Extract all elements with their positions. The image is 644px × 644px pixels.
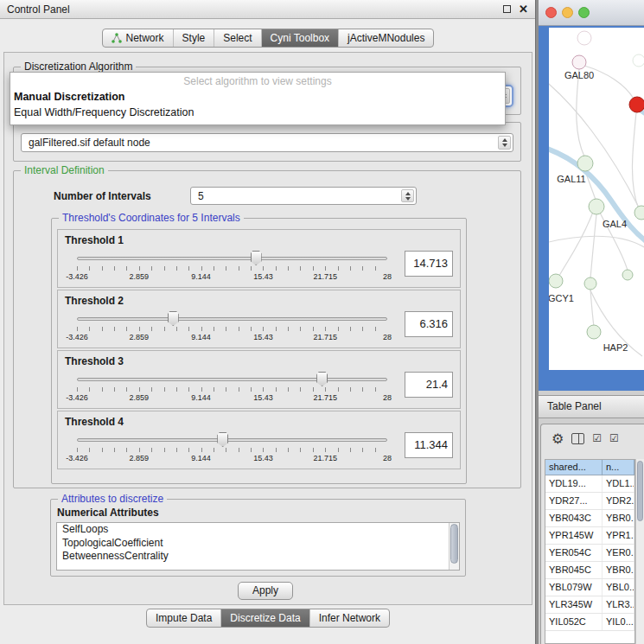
- cell-shared-name: YIL052C: [545, 614, 603, 630]
- select-none-checkbox-icon[interactable]: ☑: [609, 432, 619, 444]
- slider-thumb[interactable]: [316, 372, 328, 386]
- close-icon[interactable]: ✕: [519, 5, 528, 13]
- network-window-titlebar[interactable]: [539, 0, 644, 26]
- network-node[interactable]: [587, 325, 601, 339]
- network-node[interactable]: [584, 277, 596, 290]
- attributes-scrollbar[interactable]: [449, 523, 459, 570]
- slider-thumb[interactable]: [251, 251, 262, 265]
- float-window-icon[interactable]: [503, 5, 511, 13]
- scrollbar-thumb[interactable]: [450, 524, 458, 564]
- close-traffic-icon[interactable]: [545, 7, 557, 18]
- threshold-value-input[interactable]: 14.713: [405, 251, 453, 277]
- network-node[interactable]: [572, 55, 586, 69]
- tab-network[interactable]: Network: [103, 29, 174, 47]
- slider-track[interactable]: [77, 257, 387, 260]
- dropdown-option-equal-width-frequency[interactable]: Equal Width/Frequency Discretization: [10, 105, 505, 120]
- table-scrollbar[interactable]: [635, 459, 644, 644]
- threshold-slider[interactable]: -3.426 2.859 9.144 15.43 21.715 28: [77, 309, 387, 348]
- attributes-group: Attributes to discretize Numerical Attri…: [50, 499, 466, 577]
- zoom-traffic-icon[interactable]: [578, 7, 590, 18]
- slider-track[interactable]: [77, 438, 387, 442]
- apply-button[interactable]: Apply: [238, 582, 293, 600]
- table-data-select[interactable]: galFiltered.sif default node: [21, 133, 513, 152]
- network-node[interactable]: [577, 31, 591, 45]
- network-canvas[interactable]: GAL80 GAL11 GAL4 GCY1 HAP2: [549, 28, 644, 370]
- table-row[interactable]: YBR043C YBR0...: [545, 510, 634, 527]
- table-header-row: shared... n...: [545, 460, 634, 475]
- slider-ticks: [77, 327, 387, 331]
- network-node[interactable]: [577, 156, 593, 171]
- tab-infer-network[interactable]: Infer Network: [310, 609, 389, 627]
- cell-name: YIL0...: [603, 614, 634, 630]
- attribute-list-item[interactable]: SelfLoops: [57, 523, 459, 537]
- gear-icon[interactable]: ⚙: [552, 430, 564, 447]
- cyni-toolbox-panel: Discretization Algorithm Select algorith…: [3, 52, 532, 605]
- tick-label: 28: [383, 272, 392, 281]
- threshold-slider[interactable]: -3.426 2.859 9.144 15.43 21.715 28: [77, 248, 387, 288]
- tab-jactivemnodules[interactable]: jActiveMNodules: [339, 29, 433, 47]
- tick-label: 9.144: [191, 272, 211, 281]
- column-header-shared-name[interactable]: shared...: [545, 460, 603, 475]
- dropdown-option-manual-discretization[interactable]: Manual Discretization: [10, 89, 505, 105]
- columns-icon[interactable]: [571, 433, 584, 444]
- tab-select[interactable]: Select: [214, 29, 261, 47]
- cell-shared-name: YBR045C: [545, 562, 603, 578]
- network-node[interactable]: [549, 274, 563, 288]
- slider-thumb[interactable]: [217, 432, 228, 447]
- threshold-slider[interactable]: -3.426 2.859 9.144 15.43 21.715 28: [77, 369, 387, 409]
- minimize-traffic-icon[interactable]: [562, 7, 573, 18]
- interval-definition-group: Interval Definition Number of Intervals …: [13, 170, 521, 488]
- tab-style[interactable]: Style: [174, 29, 215, 47]
- number-of-intervals-select[interactable]: 5: [190, 187, 417, 205]
- cell-shared-name: YDL19...: [545, 475, 603, 492]
- threshold-value-input[interactable]: 11.344: [405, 432, 453, 458]
- tab-discretize-data[interactable]: Discretize Data: [221, 609, 309, 627]
- cell-shared-name: YBL079W: [545, 579, 603, 596]
- attributes-list: SelfLoops TopologicalCoefficient Between…: [56, 522, 460, 571]
- threshold-box: Threshold 3 -3.426 2.859 9.144: [57, 350, 461, 409]
- tick-label: 21.715: [313, 272, 337, 281]
- threshold-slider[interactable]: -3.426 2.859 9.144 15.43 21.715 28: [77, 430, 387, 469]
- table-row[interactable]: YLR345W YLR3...: [545, 596, 634, 614]
- threshold-value-input[interactable]: 6.316: [405, 311, 453, 337]
- slider-ticks: [77, 266, 387, 271]
- select-all-checkbox-icon[interactable]: ☑: [592, 432, 602, 444]
- tab-label: Impute Data: [156, 612, 212, 624]
- attribute-list-item[interactable]: BetweennessCentrality: [57, 550, 459, 564]
- cell-shared-name: YDR27...: [545, 493, 603, 509]
- column-header-name[interactable]: n...: [603, 460, 634, 475]
- tab-label: Infer Network: [319, 612, 380, 624]
- network-node[interactable]: [633, 54, 644, 67]
- scrollbar-thumb[interactable]: [637, 461, 643, 521]
- table-row[interactable]: YPR145W YPR1...: [545, 527, 634, 545]
- network-node-selected[interactable]: [629, 97, 644, 112]
- cell-shared-name: YLR345W: [545, 596, 603, 613]
- control-panel-titlebar[interactable]: Control Panel ✕: [0, 0, 535, 19]
- tab-impute-data[interactable]: Impute Data: [147, 609, 221, 627]
- right-panel: GAL80 GAL11 GAL4 GCY1 HAP2 Table Panel ⚙…: [539, 0, 644, 644]
- dropdown-placeholder: Select algorithm to view settings: [10, 73, 505, 89]
- slider-thumb[interactable]: [168, 311, 179, 326]
- table-row[interactable]: YER054C YER0...: [545, 545, 634, 562]
- threshold-value-input[interactable]: 21.4: [405, 372, 453, 398]
- attribute-list-item[interactable]: TopologicalCoefficient: [57, 537, 459, 551]
- table-row[interactable]: YDR27... YDR2...: [545, 493, 634, 510]
- tick-label: 21.715: [313, 393, 337, 402]
- network-node[interactable]: [622, 270, 633, 280]
- slider-track[interactable]: [77, 378, 387, 381]
- slider-track[interactable]: [77, 317, 387, 321]
- table-body: YDL19... YDL1... YDR27... YDR2... YBR043…: [545, 475, 634, 631]
- table-panel-header[interactable]: Table Panel: [539, 395, 644, 418]
- network-window: GAL80 GAL11 GAL4 GCY1 HAP2: [539, 0, 644, 391]
- network-node[interactable]: [589, 199, 604, 214]
- table-row[interactable]: YBR045C YBR0...: [545, 562, 634, 579]
- network-node[interactable]: [634, 206, 644, 220]
- table-row[interactable]: YDL19... YDL1...: [545, 475, 634, 493]
- tick-label: 2.859: [130, 333, 150, 341]
- tab-cyni-toolbox[interactable]: Cyni Toolbox: [262, 29, 339, 47]
- table-row[interactable]: YIL052C YIL0...: [545, 614, 634, 631]
- table-row[interactable]: YBL079W YBL0...: [545, 579, 634, 596]
- tick-label: 9.144: [191, 393, 211, 402]
- slider-tick-labels: -3.426 2.859 9.144 15.43 21.715 28: [77, 393, 387, 404]
- table-toolbar: ⚙ ☑ ☑: [541, 424, 644, 452]
